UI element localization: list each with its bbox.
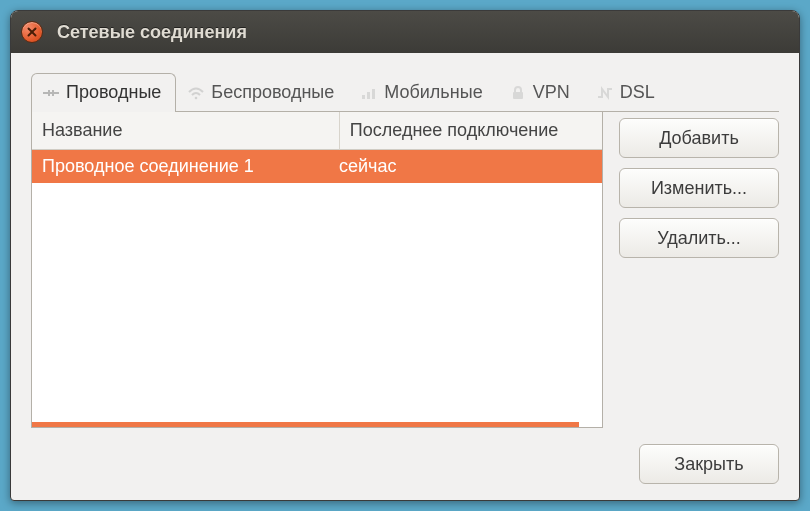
tab-bar: Проводные Беспроводные Мобильные VPN xyxy=(31,73,779,112)
svg-rect-6 xyxy=(513,92,523,99)
svg-rect-3 xyxy=(362,95,365,99)
tab-dsl[interactable]: DSL xyxy=(585,73,670,111)
tab-label: VPN xyxy=(533,82,570,103)
connections-list: Название Последнее подключение Проводное… xyxy=(31,112,603,428)
table-row[interactable]: Проводное соединение 1 сейчас xyxy=(32,150,602,183)
content-area: Проводные Беспроводные Мобильные VPN xyxy=(11,53,799,500)
signal-icon xyxy=(360,85,378,101)
tab-label: Проводные xyxy=(66,82,161,103)
tab-vpn[interactable]: VPN xyxy=(498,73,585,111)
main-row: Название Последнее подключение Проводное… xyxy=(31,112,779,428)
add-button[interactable]: Добавить xyxy=(619,118,779,158)
list-header: Название Последнее подключение xyxy=(32,112,602,150)
titlebar: Сетевые соединения xyxy=(11,11,799,53)
network-connections-window: Сетевые соединения Проводные Беспроводны… xyxy=(10,10,800,501)
selection-highlight-bar xyxy=(32,422,579,427)
tab-mobile[interactable]: Мобильные xyxy=(349,73,497,111)
lock-icon xyxy=(509,85,527,101)
footer: Закрыть xyxy=(31,428,779,484)
tab-wired[interactable]: Проводные xyxy=(31,73,176,112)
edit-button[interactable]: Изменить... xyxy=(619,168,779,208)
column-header-name[interactable]: Название xyxy=(32,112,340,150)
connection-name: Проводное соединение 1 xyxy=(42,156,339,177)
dsl-icon xyxy=(596,85,614,101)
close-icon xyxy=(27,27,37,37)
side-buttons: Добавить Изменить... Удалить... xyxy=(619,112,779,428)
svg-rect-4 xyxy=(367,92,370,99)
connection-last: сейчас xyxy=(339,156,592,177)
tab-label: Беспроводные xyxy=(211,82,334,103)
window-title: Сетевые соединения xyxy=(57,22,247,43)
tab-wireless[interactable]: Беспроводные xyxy=(176,73,349,111)
wireless-icon xyxy=(187,85,205,101)
svg-rect-5 xyxy=(372,89,375,99)
window-close-button[interactable] xyxy=(21,21,43,43)
list-body[interactable]: Проводное соединение 1 сейчас xyxy=(32,150,602,422)
column-header-last[interactable]: Последнее подключение xyxy=(340,112,602,150)
wired-icon xyxy=(42,85,60,101)
tab-label: Мобильные xyxy=(384,82,482,103)
delete-button[interactable]: Удалить... xyxy=(619,218,779,258)
close-button[interactable]: Закрыть xyxy=(639,444,779,484)
svg-point-2 xyxy=(195,96,198,99)
tab-label: DSL xyxy=(620,82,655,103)
